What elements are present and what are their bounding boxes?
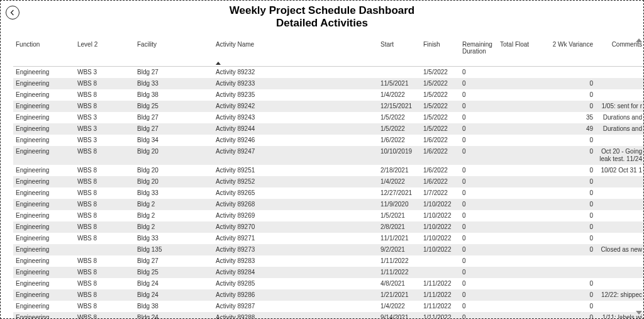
cell-totalfloat bbox=[497, 165, 533, 176]
cell-finish: 1/5/2022 bbox=[421, 78, 460, 89]
column-header-function[interactable]: Function bbox=[13, 36, 75, 67]
cell-start: 12/15/2021 bbox=[378, 101, 421, 112]
column-header-finish[interactable]: Finish bbox=[421, 36, 460, 67]
cell-facility: Bldg 20 bbox=[135, 146, 213, 165]
cell-function: Engineering bbox=[13, 255, 75, 267]
cell-level2 bbox=[75, 244, 135, 255]
table-row[interactable]: EngineeringWBS 8Bldg 20Activity 8924710/… bbox=[13, 146, 643, 165]
cell-variance: 0 bbox=[533, 187, 596, 199]
cell-activity: Activity 89265 bbox=[213, 187, 378, 199]
table-row[interactable]: EngineeringWBS 8Bldg 25Activity 8924212/… bbox=[13, 101, 643, 112]
cell-level2: WBS 3 bbox=[75, 135, 135, 146]
table-row[interactable]: EngineeringWBS 8Bldg 24Activity 892889/1… bbox=[13, 312, 643, 318]
cell-start: 1/5/2022 bbox=[378, 112, 421, 123]
cell-variance bbox=[533, 255, 596, 267]
cell-finish: 1/11/2022 bbox=[421, 278, 460, 289]
cell-start: 11/1/2021 bbox=[378, 233, 421, 244]
table-row[interactable]: EngineeringWBS 3Bldg 34Activity 892461/6… bbox=[13, 135, 643, 146]
column-header-start[interactable]: Start bbox=[378, 36, 421, 67]
table-row[interactable]: EngineeringWBS 8Bldg 20Activity 892521/4… bbox=[13, 176, 643, 187]
cell-remaining: 0 bbox=[460, 67, 497, 79]
table-row[interactable]: EngineeringWBS 8Bldg 24Activity 892861/2… bbox=[13, 289, 643, 301]
cell-remaining: 0 bbox=[460, 146, 497, 165]
table-row[interactable]: EngineeringWBS 8Bldg 2Activity 8926811/9… bbox=[13, 199, 643, 210]
scroll-down-icon[interactable] bbox=[636, 311, 642, 315]
cell-variance: 0 bbox=[533, 278, 596, 289]
cell-start: 1/6/2022 bbox=[378, 135, 421, 146]
cell-activity: Activity 89232 bbox=[213, 67, 378, 79]
cell-finish: 1/10/2022 bbox=[421, 233, 460, 244]
cell-level2: WBS 8 bbox=[75, 312, 135, 318]
table-row[interactable]: EngineeringWBS 3Bldg 27Activity 892321/5… bbox=[13, 67, 643, 79]
cell-totalfloat bbox=[497, 233, 533, 244]
cell-level2: WBS 8 bbox=[75, 187, 135, 199]
column-header-variance[interactable]: 2 Wk Variance bbox=[533, 36, 596, 67]
cell-facility: Bldg 34 bbox=[135, 135, 213, 146]
cell-variance: 0 bbox=[533, 289, 596, 301]
cell-facility: Bldg 33 bbox=[135, 233, 213, 244]
cell-variance: 0 bbox=[533, 210, 596, 221]
cell-facility: Bldg 33 bbox=[135, 187, 213, 199]
cell-activity: Activity 89283 bbox=[213, 255, 378, 267]
cell-function: Engineering bbox=[13, 312, 75, 318]
table-row[interactable]: EngineeringWBS 8Bldg 2Activity 892691/5/… bbox=[13, 210, 643, 221]
cell-remaining: 0 bbox=[460, 244, 497, 255]
cell-remaining: 0 bbox=[460, 89, 497, 101]
cell-finish: 1/6/2022 bbox=[421, 146, 460, 165]
cell-remaining: 0 bbox=[460, 255, 497, 267]
scroll-up-icon[interactable] bbox=[636, 38, 642, 42]
cell-remaining: 0 bbox=[460, 199, 497, 210]
table-row[interactable]: EngineeringWBS 8Bldg 33Activity 8923311/… bbox=[13, 78, 643, 89]
cell-start: 10/10/2019 bbox=[378, 146, 421, 165]
cell-facility: Bldg 38 bbox=[135, 301, 213, 312]
cell-remaining: 0 bbox=[460, 165, 497, 176]
cell-level2: WBS 8 bbox=[75, 101, 135, 112]
cell-finish: 1/5/2022 bbox=[421, 101, 460, 112]
table-row[interactable]: EngineeringWBS 8Bldg 25Activity 892841/1… bbox=[13, 267, 643, 278]
cell-facility: Bldg 2 bbox=[135, 221, 213, 233]
column-header-activity[interactable]: Activity Name bbox=[213, 36, 378, 67]
dashboard-page: Weekly Project Schedule Dashboard Detail… bbox=[0, 0, 644, 319]
column-header-totalfloat[interactable]: Total Float bbox=[497, 36, 533, 67]
cell-start bbox=[378, 67, 421, 79]
cell-finish: 1/5/2022 bbox=[421, 89, 460, 101]
table-row[interactable]: EngineeringWBS 8Bldg 2Activity 892702/8/… bbox=[13, 221, 643, 233]
report-header: Weekly Project Schedule Dashboard Detail… bbox=[1, 1, 643, 31]
cell-finish bbox=[421, 267, 460, 278]
cell-variance: 0 bbox=[533, 89, 596, 101]
table-row[interactable]: EngineeringWBS 8Bldg 38Activity 892871/4… bbox=[13, 301, 643, 312]
column-header-level2[interactable]: Level 2 bbox=[75, 36, 135, 67]
cell-facility: Bldg 135 bbox=[135, 244, 213, 255]
cell-totalfloat bbox=[497, 210, 533, 221]
cell-function: Engineering bbox=[13, 176, 75, 187]
cell-level2: WBS 8 bbox=[75, 210, 135, 221]
table-row[interactable]: EngineeringWBS 8Bldg 33Activity 8926512/… bbox=[13, 187, 643, 199]
grid-header: FunctionLevel 2FacilityActivity NameStar… bbox=[13, 36, 643, 67]
vertical-scrollbar[interactable] bbox=[636, 38, 642, 315]
cell-start: 11/5/2021 bbox=[378, 78, 421, 89]
table-row[interactable]: EngineeringWBS 3Bldg 27Activity 892441/5… bbox=[13, 123, 643, 135]
table-row[interactable]: EngineeringBldg 135Activity 892739/2/202… bbox=[13, 244, 643, 255]
back-button[interactable] bbox=[6, 6, 19, 20]
cell-totalfloat bbox=[497, 278, 533, 289]
cell-level2: WBS 3 bbox=[75, 67, 135, 79]
cell-finish: 1/5/2022 bbox=[421, 123, 460, 135]
column-header-facility[interactable]: Facility bbox=[135, 36, 213, 67]
cell-finish bbox=[421, 255, 460, 267]
cell-level2: WBS 3 bbox=[75, 112, 135, 123]
table-row[interactable]: EngineeringWBS 8Bldg 24Activity 892854/8… bbox=[13, 278, 643, 289]
table-row[interactable]: EngineeringWBS 3Bldg 27Activity 892431/5… bbox=[13, 112, 643, 123]
cell-totalfloat bbox=[497, 78, 533, 89]
table-row[interactable]: EngineeringWBS 8Bldg 38Activity 892351/4… bbox=[13, 89, 643, 101]
table-row[interactable]: EngineeringWBS 8Bldg 20Activity 892512/1… bbox=[13, 165, 643, 176]
cell-start: 9/2/2021 bbox=[378, 244, 421, 255]
table-row[interactable]: EngineeringWBS 8Bldg 27Activity 892831/1… bbox=[13, 255, 643, 267]
cell-level2: WBS 8 bbox=[75, 165, 135, 176]
cell-facility: Bldg 27 bbox=[135, 112, 213, 123]
cell-variance: 0 bbox=[533, 244, 596, 255]
table-row[interactable]: EngineeringWBS 8Bldg 33Activity 8927111/… bbox=[13, 233, 643, 244]
column-header-remaining[interactable]: Remaining Duration bbox=[460, 36, 497, 67]
cell-activity: Activity 89268 bbox=[213, 199, 378, 210]
cell-variance: 0 bbox=[533, 233, 596, 244]
cell-totalfloat bbox=[497, 89, 533, 101]
